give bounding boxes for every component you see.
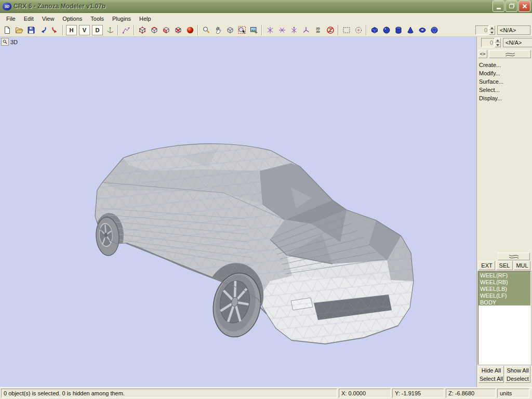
prim-cone-button[interactable] xyxy=(405,25,416,36)
panel-spinner-up-button[interactable] xyxy=(495,38,501,43)
spinner-up-button[interactable] xyxy=(489,25,495,30)
collapse-rollout-button[interactable] xyxy=(489,50,531,58)
arrow-down-icon xyxy=(490,32,494,34)
d-toggle-button[interactable]: D xyxy=(92,25,103,35)
cube-edges-icon xyxy=(150,26,158,34)
panel-spinner-down-button[interactable] xyxy=(495,43,501,47)
no-z-icon xyxy=(326,26,335,34)
new-file-icon xyxy=(3,26,11,34)
link-surface[interactable]: Surface... xyxy=(479,77,532,86)
minimize-icon xyxy=(497,8,501,9)
prim-box-button[interactable] xyxy=(369,25,380,36)
red-sphere-button[interactable] xyxy=(184,25,196,36)
undo-arrow-icon xyxy=(39,26,47,34)
prim-geosphere-button[interactable] xyxy=(429,25,440,36)
object-list[interactable]: WEEL(RF) WEEL(RB) WEEL(LB) WEEL(LF) BODY xyxy=(478,271,531,365)
prim-torus-button[interactable] xyxy=(417,25,428,36)
coord-x: X: 0.0000 xyxy=(339,389,391,398)
open-folder-button[interactable] xyxy=(14,25,25,36)
arrow-up-icon xyxy=(490,27,494,29)
car-model xyxy=(0,37,476,389)
menu-edit[interactable]: Edit xyxy=(20,15,38,23)
panel-spinner-value[interactable]: 0 xyxy=(481,38,495,47)
tool-rotate-button[interactable] xyxy=(276,25,288,36)
prim-sphere-icon xyxy=(382,26,391,34)
menu-help[interactable]: Help xyxy=(135,15,155,23)
menu-plugins[interactable]: Plugins xyxy=(108,15,135,23)
cube-objects-button[interactable] xyxy=(172,25,184,36)
sel-mode-button[interactable]: SEL xyxy=(496,261,513,270)
h-toggle-button[interactable]: H xyxy=(66,25,77,35)
no-z-button[interactable] xyxy=(325,25,336,36)
link-modify[interactable]: Modify... xyxy=(479,69,532,77)
list-item-weel-lf[interactable]: WEEL(LF) xyxy=(478,292,530,299)
view-cube-icon xyxy=(226,26,234,34)
menu-view[interactable]: View xyxy=(38,15,59,23)
texture-image-icon xyxy=(250,26,258,34)
close-icon xyxy=(522,4,527,9)
restore-icon xyxy=(509,4,514,8)
menu-tools[interactable]: Tools xyxy=(86,15,108,23)
tool-rotate-icon xyxy=(278,26,286,34)
title-bar: 3D CRX 6 - Zanoza Modeler v1.07b xyxy=(0,0,532,13)
ext-mode-button[interactable]: EXT xyxy=(478,261,495,270)
show-all-button[interactable]: Show All xyxy=(505,366,530,375)
vertex-polyline-button[interactable] xyxy=(121,25,132,36)
menu-options[interactable]: Options xyxy=(58,15,86,23)
list-item-body[interactable]: BODY xyxy=(478,299,530,305)
view-cube-button[interactable] xyxy=(224,25,236,36)
list-item-weel-rb[interactable]: WEEL(RB) xyxy=(478,278,530,285)
panel-material-selector[interactable]: <N/A> xyxy=(503,38,532,47)
menu-file[interactable]: File xyxy=(2,15,20,23)
close-button[interactable] xyxy=(518,1,530,12)
tool-scale-button[interactable] xyxy=(288,25,300,36)
marquee-rect-button[interactable] xyxy=(341,25,352,36)
units-label: units xyxy=(497,389,529,398)
toolbar: HVD2D 3D 0 <N/A> xyxy=(0,24,532,37)
toolbar-material-selector[interactable]: <N/A> xyxy=(497,25,530,35)
viewport-zoom-button[interactable] xyxy=(1,38,9,46)
save-icon xyxy=(27,26,35,34)
expand-rollout-button[interactable] xyxy=(498,252,530,260)
tool-normals-button[interactable] xyxy=(300,25,312,36)
list-item-weel-lb[interactable]: WEEL(LB) xyxy=(478,285,530,292)
mul-mode-button[interactable]: MUL xyxy=(514,261,530,270)
hide-all-button[interactable]: Hide All xyxy=(478,366,504,375)
selection-buttons: Select All Deselect xyxy=(478,374,531,383)
minimize-button[interactable] xyxy=(493,1,504,12)
tool-move-button[interactable] xyxy=(264,25,276,36)
link-create[interactable]: Create... xyxy=(479,61,532,69)
cube-edges-button[interactable] xyxy=(149,25,160,36)
xyz-axes-icon xyxy=(106,26,114,34)
prim-cylinder-button[interactable] xyxy=(393,25,404,36)
undo-arrow-button[interactable] xyxy=(37,25,49,36)
cube-vertices-button[interactable] xyxy=(137,25,148,36)
cube-faces-button[interactable] xyxy=(161,25,172,36)
save-button[interactable] xyxy=(25,25,37,36)
redo-arrow-button[interactable] xyxy=(49,25,61,36)
pan-hand-icon xyxy=(214,26,222,34)
new-file-button[interactable] xyxy=(2,25,13,36)
zoom-magnifier-button[interactable] xyxy=(201,25,212,36)
viewport-3d[interactable]: 3D xyxy=(0,37,477,389)
link-select[interactable]: Select... xyxy=(479,86,532,94)
marquee-circle-button[interactable] xyxy=(353,25,364,36)
toolbar-spinner-value[interactable]: 0 xyxy=(475,25,489,35)
coord-z: Z: -6.8680 xyxy=(446,389,496,398)
link-display[interactable]: Display... xyxy=(479,94,532,102)
main-area: 3D xyxy=(0,37,532,389)
prim-sphere-button[interactable] xyxy=(381,25,392,36)
deselect-button[interactable]: Deselect xyxy=(505,374,530,383)
select-cube-button[interactable] xyxy=(236,25,248,36)
xyz-axes-button[interactable] xyxy=(104,25,116,36)
panel-expand-row: <> xyxy=(478,50,531,58)
select-all-button[interactable]: Select All xyxy=(478,374,504,383)
spinner-down-button[interactable] xyxy=(489,30,495,35)
texture-image-button[interactable] xyxy=(248,25,260,36)
v-toggle-button[interactable]: V xyxy=(79,25,90,35)
pan-hand-button[interactable] xyxy=(212,25,224,36)
list-item-weel-rf[interactable]: WEEL(RF) xyxy=(478,272,530,278)
toggle-2d3d-button[interactable]: 2D 3D xyxy=(313,25,323,35)
restore-button[interactable] xyxy=(506,1,517,12)
expand-toggle-button[interactable]: <> xyxy=(478,50,487,58)
